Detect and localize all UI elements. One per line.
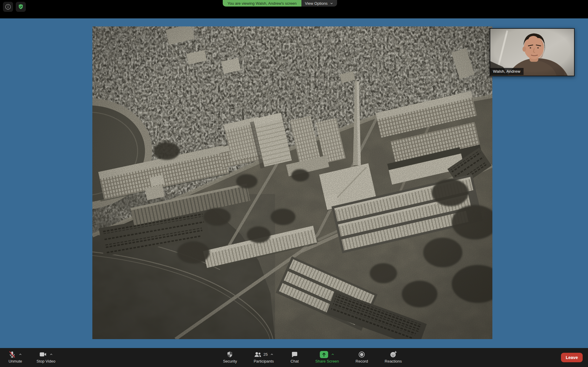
share-options-chevron-icon[interactable] [331,352,335,356]
share-screen-button[interactable]: Share Screen [314,348,341,367]
view-options-button[interactable]: View Options [301,0,337,7]
meeting-toolbar: Unmute Stop Video [0,348,588,367]
toolbar-left-group: Unmute Stop Video [7,348,57,367]
leave-button[interactable]: Leave [561,353,583,362]
viewing-banner-text: You are viewing Walsh, Andrew's screen [227,1,297,6]
video-options-chevron-icon[interactable] [49,352,53,356]
toolbar-center-group: Security 25 Participants [221,348,404,367]
participant-name-label: Walsh, Andrew [490,68,524,75]
viewing-banner: You are viewing Walsh, Andrew's screen [223,0,301,7]
microphone-muted-icon [8,351,16,358]
record-icon [358,351,365,358]
top-bar: You are viewing Walsh, Andrew's screen V… [0,0,588,18]
record-button[interactable]: Record [354,348,370,367]
aerial-photo [92,26,492,339]
encryption-badge-button[interactable] [16,2,26,12]
info-icon [5,4,11,10]
shared-screen-stage: Walsh, Andrew [0,18,588,348]
shared-screen-content [92,26,492,339]
audio-options-chevron-icon[interactable] [18,352,22,356]
share-screen-icon [320,351,328,358]
reactions-smiley-icon [390,351,397,358]
participants-count: 25 [263,352,268,357]
chat-bubble-icon [291,351,298,358]
shield-check-icon [18,4,24,10]
security-shield-icon [226,351,233,358]
participants-button[interactable]: 25 Participants [252,348,276,367]
chat-button[interactable]: Chat [289,348,300,367]
reactions-button[interactable]: Reactions [383,348,404,367]
participant-video-thumbnail[interactable]: Walsh, Andrew [490,28,575,76]
participants-icon [254,351,262,358]
stop-video-button[interactable]: Stop Video [35,348,57,367]
unmute-button[interactable]: Unmute [7,348,24,367]
screen-share-banner-group: You are viewing Walsh, Andrew's screen V… [223,0,337,7]
video-camera-icon [39,350,47,358]
zoom-meeting-window: You are viewing Walsh, Andrew's screen V… [0,0,588,367]
participants-chevron-icon[interactable] [270,352,274,356]
meeting-info-button[interactable] [3,2,13,12]
chevron-down-icon [330,1,333,5]
top-left-buttons [3,2,26,12]
security-button[interactable]: Security [221,348,239,367]
